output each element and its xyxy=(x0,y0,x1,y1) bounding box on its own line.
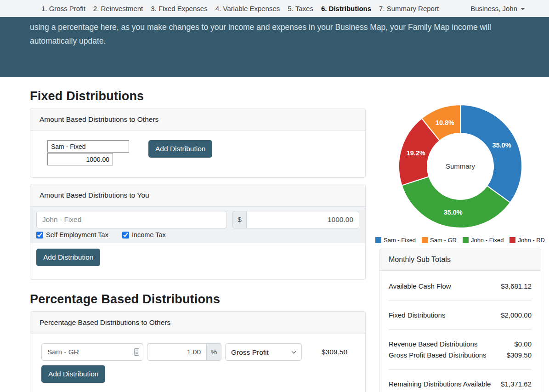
row-value: $1,371.62 xyxy=(501,379,532,390)
gross-profit-based-distributions-row: Gross Profit Based Distributions $309.50 xyxy=(389,350,532,361)
slice-percentage-label: 35.0% xyxy=(443,209,462,216)
summary-donut-chart: 35.0%35.0%19.2%10.8%Summary xyxy=(398,104,522,230)
banner-text-line2: automatically update. xyxy=(30,34,521,48)
divider xyxy=(389,330,532,330)
step-nav: 1. Gross Profit 2. Reinvestment 3. Fixed… xyxy=(0,0,549,17)
legend-label: John - Fixed xyxy=(471,237,504,244)
account-dropdown[interactable]: Business, John xyxy=(470,5,525,12)
revenue-based-distributions-row: Revenue Based Distributions $0.00 xyxy=(389,339,532,350)
available-cash-flow-row: Available Cash Flow $3,681.12 xyxy=(389,281,532,292)
dollar-addon: $ xyxy=(232,211,246,228)
row-label: Remaining Distributions Available xyxy=(389,379,491,390)
row-value: $2,000.00 xyxy=(501,310,532,321)
legend-swatch-john-rd xyxy=(509,237,515,243)
add-distribution-you-button[interactable]: Add Distribution xyxy=(36,249,100,266)
legend-label: John - RD xyxy=(518,237,545,244)
autofill-icon xyxy=(134,348,139,356)
row-value: $3,681.12 xyxy=(501,281,532,292)
row-label: Total Remaining Distributions Taken xyxy=(389,390,498,392)
computed-amount: $309.50 xyxy=(322,348,347,356)
amount-others-header: Amount Based Distributions to Others xyxy=(30,108,365,131)
legend-label: Sam - GR xyxy=(430,237,457,244)
income-tax-option[interactable]: Income Tax xyxy=(122,231,166,239)
others-name-input[interactable] xyxy=(47,140,129,153)
percentage-name-input[interactable] xyxy=(41,343,143,361)
fixed-distributions-row: Fixed Distributions $2,000.00 xyxy=(389,310,532,321)
divider xyxy=(389,301,532,301)
row-value: $309.50 xyxy=(507,350,532,361)
percentage-value-input[interactable] xyxy=(147,343,207,361)
basis-select[interactable]: Gross Profit xyxy=(225,343,302,361)
slice-percentage-label: 19.2% xyxy=(406,149,425,157)
tab-summary-report[interactable]: 7. Summary Report xyxy=(379,5,439,12)
chevron-down-icon xyxy=(521,8,525,10)
others-amount-input[interactable] xyxy=(47,153,113,165)
donut-slice-0 xyxy=(460,105,522,203)
monthly-sub-totals-card: Monthly Sub Totals Available Cash Flow $… xyxy=(379,249,541,392)
remaining-distributions-available-row: Remaining Distributions Available $1,371… xyxy=(389,379,532,390)
banner-text-line1: using a percentage here, as you make cha… xyxy=(30,20,521,34)
self-employment-tax-checkbox[interactable] xyxy=(36,232,43,239)
percentage-others-header: Percentage Based Distributions to Others xyxy=(30,312,365,334)
percent-addon: % xyxy=(207,343,221,361)
income-tax-checkbox[interactable] xyxy=(122,232,129,239)
legend-item: Sam - Fixed xyxy=(375,237,416,244)
amount-you-header: Amount Based Distributions to You xyxy=(30,184,365,207)
chart-legend: Sam - Fixed Sam - GR John - Fixed John -… xyxy=(379,237,541,244)
percentage-others-card: Percentage Based Distributions to Others… xyxy=(30,311,366,392)
row-value: $0.00 xyxy=(514,339,532,350)
slice-percentage-label: 35.0% xyxy=(492,142,511,149)
add-distribution-percentage-button[interactable]: Add Distribution xyxy=(41,365,105,383)
donut-center-label: Summary xyxy=(445,162,475,170)
monthly-sub-totals-header: Monthly Sub Totals xyxy=(379,249,541,271)
row-label: Available Cash Flow xyxy=(389,281,451,292)
row-value: $548.65 xyxy=(507,390,532,392)
tab-reinvestment[interactable]: 2. Reinvestment xyxy=(93,5,143,12)
self-employment-tax-label: Self Employment Tax xyxy=(46,231,108,239)
tab-distributions[interactable]: 6. Distributions xyxy=(321,5,371,12)
amount-you-card: Amount Based Distributions to You $ Self… xyxy=(30,184,366,280)
legend-swatch-john-fixed xyxy=(463,237,469,243)
total-remaining-distributions-taken-row: Total Remaining Distributions Taken $548… xyxy=(389,390,532,392)
info-banner: using a percentage here, as you make cha… xyxy=(0,17,549,77)
amount-others-card: Amount Based Distributions to Others Add… xyxy=(30,108,366,178)
row-label: Revenue Based Distributions xyxy=(389,339,477,350)
account-label: Business, John xyxy=(470,5,517,12)
tab-taxes[interactable]: 5. Taxes xyxy=(288,5,313,12)
you-name-input[interactable] xyxy=(36,211,227,228)
legend-item: John - Fixed xyxy=(463,237,504,244)
legend-item: Sam - GR xyxy=(422,237,457,244)
legend-swatch-sam-fixed xyxy=(375,237,381,243)
tab-variable-expenses[interactable]: 4. Variable Expenses xyxy=(215,5,280,12)
donut-svg: 35.0%35.0%19.2%10.8%Summary xyxy=(398,104,522,228)
legend-label: Sam - Fixed xyxy=(384,237,416,244)
fixed-distributions-title: Fixed Distributions xyxy=(30,89,366,103)
self-employment-tax-option[interactable]: Self Employment Tax xyxy=(36,231,108,239)
legend-item: John - RD xyxy=(509,237,545,244)
percentage-distributions-title: Percentage Based Distributions xyxy=(30,292,366,307)
add-distribution-others-button[interactable]: Add Distribution xyxy=(148,140,212,158)
divider xyxy=(389,369,532,370)
slice-percentage-label: 10.8% xyxy=(435,119,454,126)
row-label: Fixed Distributions xyxy=(389,310,445,321)
income-tax-label: Income Tax xyxy=(132,231,166,239)
you-amount-input[interactable] xyxy=(246,211,359,228)
legend-swatch-sam-gr xyxy=(422,237,428,243)
tab-gross-profit[interactable]: 1. Gross Profit xyxy=(41,5,85,12)
tab-fixed-expenses[interactable]: 3. Fixed Expenses xyxy=(151,5,207,12)
row-label: Gross Profit Based Distributions xyxy=(389,350,487,361)
